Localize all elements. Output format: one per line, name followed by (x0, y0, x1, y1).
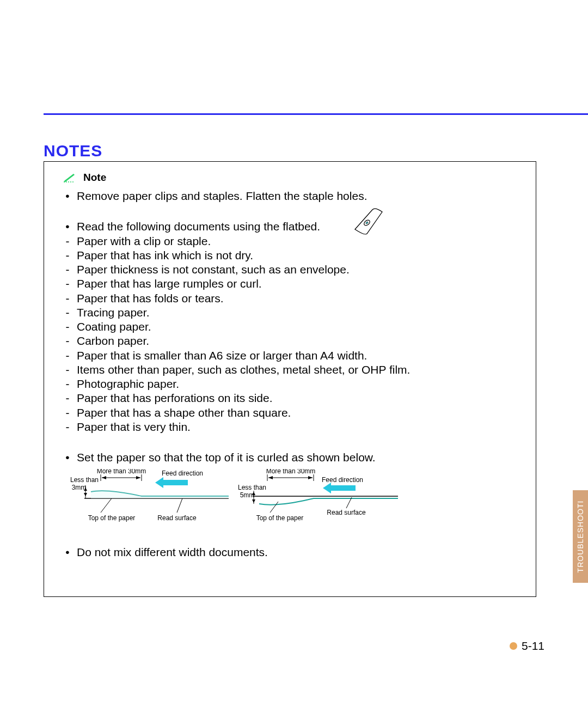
bullet-dot-icon: • (63, 450, 72, 465)
list-item-text: Paper thickness is not constant, such as… (77, 263, 350, 277)
dash-icon: - (63, 334, 72, 348)
staple-diagram-icon (351, 205, 389, 238)
bullet-text: Read the following documents using the f… (77, 220, 320, 234)
dash-icon: - (63, 349, 72, 363)
svg-line-27 (270, 502, 278, 513)
list-item: -Paper that has perforations on its side… (63, 391, 523, 405)
dash-icon: - (63, 320, 72, 334)
list-item-text: Paper that has ink which is not dry. (77, 248, 253, 263)
label: More than 30mm (266, 469, 316, 475)
curl-diagram-2-icon: More than 30mm Feed direction Less than … (237, 469, 403, 529)
dash-icon: - (63, 277, 72, 291)
bullet-dot-icon: • (63, 220, 72, 234)
list-item: -Tracing paper. (63, 306, 523, 320)
svg-marker-7 (136, 476, 140, 479)
dash-icon: - (63, 291, 72, 306)
label: Less than (70, 476, 99, 484)
svg-rect-8 (163, 480, 188, 485)
list-item: -Paper that has a shape other than squar… (63, 406, 523, 420)
svg-line-15 (177, 498, 182, 513)
svg-line-14 (101, 498, 112, 513)
dash-icon: - (63, 377, 72, 391)
list-item-text: Paper that is very thin. (77, 420, 191, 434)
list-item-text: Paper that has perforations on its side. (77, 391, 273, 405)
note-header: Note (63, 172, 523, 184)
side-tab-label: TROUBLESHOOTI (576, 501, 585, 573)
list-item-text: Paper that is smaller than A6 size or la… (77, 349, 367, 363)
list-item: -Paper that has ink which is not dry. (63, 248, 523, 263)
label: Read surface (157, 514, 197, 522)
label: Less than (238, 484, 266, 491)
list-item: -Coating paper. (63, 320, 523, 334)
list-item: -Paper that is very thin. (63, 420, 523, 434)
svg-marker-12 (84, 493, 87, 496)
dash-icon: - (63, 363, 72, 377)
side-tab: TROUBLESHOOTI (573, 490, 588, 583)
bullet-dot-icon: • (63, 545, 72, 559)
label: Top of the paper (88, 514, 136, 522)
dash-icon: - (63, 263, 72, 277)
svg-marker-6 (102, 476, 106, 479)
bullet-item: • Set the paper so that the top of it is… (63, 450, 523, 465)
list-item: -Photographic paper. (63, 377, 523, 391)
note-label: Note (83, 172, 106, 184)
dash-icon: - (63, 234, 72, 248)
svg-marker-20 (308, 476, 313, 479)
section-title: NOTES (44, 142, 102, 160)
list-item-text: Paper with a clip or staple. (77, 234, 211, 248)
notes-box: Note • Remove paper clips and staples. F… (44, 161, 536, 597)
label: 3mm (72, 484, 87, 491)
svg-marker-9 (155, 477, 163, 488)
page-number: 5-11 (522, 639, 544, 653)
label: Feed direction (322, 476, 363, 484)
svg-marker-22 (323, 483, 331, 493)
list-item-text: Photographic paper. (77, 377, 179, 391)
bullet-text: Set the paper so that the top of it is c… (77, 450, 376, 465)
note-pen-icon (63, 173, 78, 182)
svg-rect-21 (331, 485, 356, 491)
label: Read surface (327, 509, 366, 516)
diagram-row: More than 30mm Feed direction Less than … (68, 469, 523, 529)
dash-icon: - (63, 306, 72, 320)
bullet-dot-icon: • (63, 189, 72, 203)
bullet-item: • Do not mix different width documents. (63, 545, 523, 559)
dash-icon: - (63, 248, 72, 263)
list-item: -Paper that is smaller than A6 size or l… (63, 349, 523, 363)
list-item-text: Tracing paper. (77, 306, 149, 320)
curl-diagram-1-icon: More than 30mm Feed direction Less than … (68, 469, 234, 529)
dash-icon: - (63, 420, 72, 434)
list-item-text: Coating paper. (77, 320, 151, 334)
footer-bullet-icon (510, 642, 517, 650)
dash-icon: - (63, 406, 72, 420)
svg-marker-19 (268, 476, 273, 479)
header-rule (44, 113, 588, 115)
flatbed-list: -Paper with a clip or staple.-Paper that… (63, 234, 523, 435)
list-item-text: Paper that has folds or tears. (77, 291, 224, 306)
label: More than 30mm (97, 469, 146, 475)
list-item: -Carbon paper. (63, 334, 523, 348)
list-item: -Paper that has folds or tears. (63, 291, 523, 306)
list-item: -Paper thickness is not constant, such a… (63, 263, 523, 277)
list-item: -Paper that has large rumples or curl. (63, 277, 523, 291)
list-item: -Items other than paper, such as clothes… (63, 363, 523, 377)
bullet-item: • Read the following documents using the… (63, 220, 523, 234)
list-item-text: Items other than paper, such as clothes,… (77, 363, 410, 377)
bullet-text: Remove paper clips and staples. Flatten … (77, 189, 367, 203)
dash-icon: - (63, 391, 72, 405)
list-item: -Paper with a clip or staple. (63, 234, 523, 248)
page-footer: 5-11 (510, 639, 544, 653)
content: • Remove paper clips and staples. Flatte… (63, 189, 523, 560)
list-item-text: Paper that has a shape other than square… (77, 406, 291, 420)
bullet-text: Do not mix different width documents. (77, 545, 268, 559)
label: Top of the paper (256, 514, 304, 522)
list-item-text: Carbon paper. (77, 334, 149, 348)
label: Feed direction (162, 470, 203, 477)
list-item-text: Paper that has large rumples or curl. (77, 277, 262, 291)
svg-marker-25 (252, 499, 255, 503)
bullet-item: • Remove paper clips and staples. Flatte… (63, 189, 523, 203)
